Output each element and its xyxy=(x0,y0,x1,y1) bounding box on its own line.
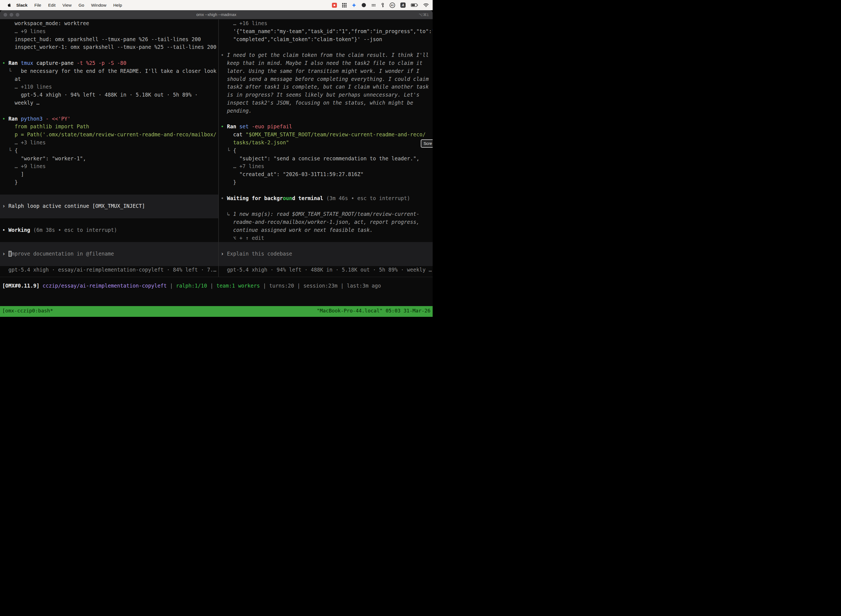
menu-edit[interactable]: Edit xyxy=(48,3,56,8)
text-segment: task2 after task1 is complete, but can I… xyxy=(221,84,429,90)
terminal-line xyxy=(219,258,433,266)
text-segment: turns:20 xyxy=(269,283,294,289)
text-segment: I xyxy=(9,251,12,257)
tmux-session-label: [omx-cczip0:bash* xyxy=(2,307,53,317)
text-segment: oun xyxy=(283,195,292,201)
text-segment: | xyxy=(337,283,347,289)
terminal-line: gpt-5.4 xhigh · 94% left · 488K in · 5.1… xyxy=(0,91,218,99)
minimize-button[interactable] xyxy=(10,13,13,16)
text-segment: › xyxy=(2,251,9,257)
text-segment: "$OMX_TEAM_STATE_ROOT/team/review-curren… xyxy=(246,132,426,138)
wifi-icon[interactable] xyxy=(423,3,429,7)
text-segment: Explain this codebase xyxy=(227,251,292,257)
zoom-button[interactable] xyxy=(16,13,19,16)
text-segment: … +9 lines xyxy=(2,28,46,34)
terminal-line: workspace_mode: worktree xyxy=(0,20,218,28)
grid-icon[interactable] xyxy=(342,3,347,7)
menu-view[interactable]: View xyxy=(62,3,72,8)
text-segment: inspect_worker-1: omx sparkshell --tmux-… xyxy=(2,44,216,50)
menu-file[interactable]: File xyxy=(35,3,41,8)
text-segment: • xyxy=(2,116,9,122)
terminal-line xyxy=(219,202,433,210)
terminal-line: } xyxy=(0,179,218,186)
terminal-line xyxy=(0,210,218,218)
pane-divider[interactable] xyxy=(218,20,219,277)
text-segment: cczip/essay/ai-reimplementation-copyleft xyxy=(42,283,167,289)
blue-star-icon[interactable] xyxy=(352,3,356,7)
text-segment: Ran xyxy=(227,124,239,129)
battery-icon[interactable] xyxy=(411,3,418,7)
omx-status-line: [OMX#0.11.9] cczip/essay/ai-reimplementa… xyxy=(0,282,433,290)
text-segment: | xyxy=(260,283,269,289)
text-segment: later. Using the same for transition mig… xyxy=(221,68,419,74)
percent-circle-icon[interactable]: 61 xyxy=(390,3,395,8)
terminal-line: is in progress? It seems likely but perh… xyxy=(219,91,433,99)
text-segment: session:23m xyxy=(303,283,337,289)
queued-message: › Ralph loop active continue [OMX_TMUX_I… xyxy=(0,202,218,210)
text-segment: [OMX#0.11.9] xyxy=(2,283,42,289)
prompt-input[interactable]: › Explain this codebase xyxy=(219,250,433,258)
terminal-line: '{"team_name":"my-team","task_id":"1","f… xyxy=(219,28,433,35)
window-titlebar[interactable]: omx --xhigh --madmax ⌥⌘1 xyxy=(0,10,433,19)
text-segment: 1 new msg(s): read $OMX_TEAM_STATE_ROOT/… xyxy=(233,211,419,217)
terminal-line: from pathlib import Path xyxy=(0,123,218,131)
text-segment: └ xyxy=(2,148,15,154)
text-segment: gpt-5.4 xhigh · 94% left · 488K in · 5.1… xyxy=(2,92,198,98)
dark-circle-icon[interactable] xyxy=(362,3,366,7)
screen-recording-icon[interactable] xyxy=(332,3,337,8)
terminal-line: … +9 lines xyxy=(0,163,218,170)
terminal-line xyxy=(0,242,218,250)
left-terminal-pane[interactable]: workspace_mode: worktree … +9 lines insp… xyxy=(0,20,218,277)
terminal-line: └ { xyxy=(219,147,433,155)
text-segment: tasks/task-2.json" xyxy=(221,140,289,145)
text-segment: ⌥ + ↑ edit xyxy=(221,235,264,241)
key-icon[interactable] xyxy=(381,3,384,7)
text-segment: at xyxy=(2,76,21,82)
text-segment: Ran xyxy=(9,60,21,66)
six-dots-icon[interactable] xyxy=(371,4,376,7)
terminal-line: … +3 lines xyxy=(0,139,218,147)
right-terminal-pane[interactable]: … +16 lines '{"team_name":"my-team","tas… xyxy=(219,20,433,277)
close-button[interactable] xyxy=(4,13,7,16)
text-segment: '{"team_name":"my-team","task_id":"1","f… xyxy=(221,28,433,34)
pane-bottom-divider xyxy=(0,277,433,277)
app-menu-title[interactable]: Slack xyxy=(16,3,28,8)
text-segment: | xyxy=(294,283,303,289)
text-segment: -t %25 -p -S -80 xyxy=(77,60,126,66)
terminal-line: should send a message before completing … xyxy=(219,75,433,84)
text-segment: ↳ xyxy=(221,211,233,217)
menu-window[interactable]: Window xyxy=(91,3,106,8)
text-segment: p = Path('.omx/state/team/review-current… xyxy=(2,132,216,138)
working-status: • Working (6m 38s • esc to interrupt) xyxy=(0,226,218,234)
terminal-line: … +110 lines xyxy=(0,83,218,91)
text-segment: continue assigned work or next feasible … xyxy=(221,227,373,233)
terminal-line: } xyxy=(219,179,433,186)
prompt-input[interactable]: › Improve documentation in @filename xyxy=(0,250,218,258)
text-segment: from pathlib import Path xyxy=(2,124,89,129)
terminal-content: workspace_mode: worktree … +9 lines insp… xyxy=(0,20,433,317)
terminal-line: … +16 lines xyxy=(219,20,433,28)
terminal-line xyxy=(0,107,218,115)
text-segment: tmux xyxy=(21,60,37,66)
text-segment: … +3 lines xyxy=(2,140,46,145)
menu-help[interactable]: Help xyxy=(113,3,122,8)
apple-menu-icon[interactable] xyxy=(7,3,11,7)
waiting-status: • Waiting for background terminal (3m 46… xyxy=(219,195,433,202)
text-segment: d terminal xyxy=(292,195,327,201)
terminal-line: "subject": "send a concise recommendatio… xyxy=(219,155,433,163)
text-segment: (3m 46s • esc to interrupt) xyxy=(327,195,410,201)
input-source-icon[interactable]: A xyxy=(400,3,406,8)
text-segment: pending. xyxy=(221,108,252,114)
menubar-status-icons: 61 A xyxy=(332,3,429,8)
terminal-line: p = Path('.omx/state/team/review-current… xyxy=(0,131,218,139)
text-segment: › xyxy=(221,251,227,257)
text-segment: › xyxy=(2,203,9,209)
text-segment: - <<'PY' xyxy=(46,116,70,122)
input-source-label: A xyxy=(402,3,404,7)
terminal-line: ↳ 1 new msg(s): read $OMX_TEAM_STATE_ROO… xyxy=(219,210,433,218)
menu-go[interactable]: Go xyxy=(79,3,84,8)
menubar: Slack File Edit View Go Window Help 61 A xyxy=(0,0,433,10)
terminal-line: task2 after task1 is complete, but can I… xyxy=(219,83,433,91)
text-segment: • xyxy=(221,195,227,201)
terminal-line xyxy=(219,242,433,250)
